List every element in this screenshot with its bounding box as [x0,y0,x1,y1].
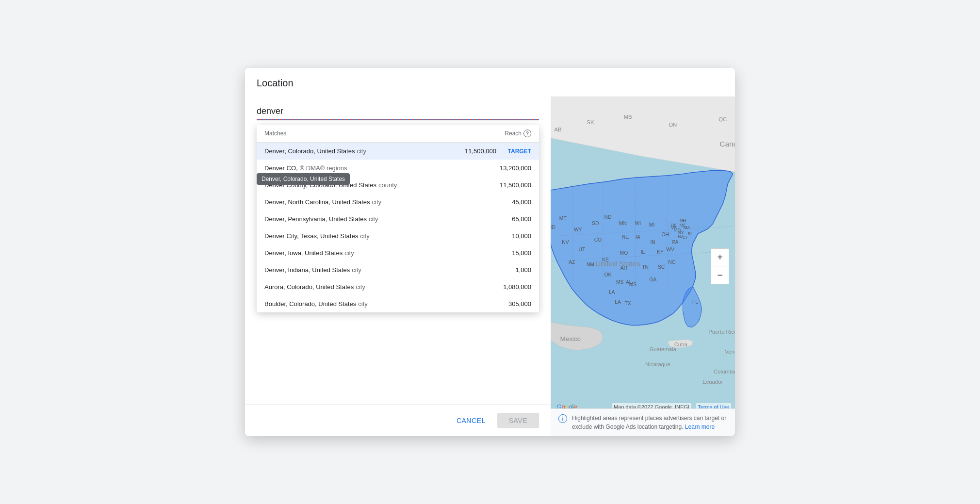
save-button[interactable]: SAVE [497,413,539,428]
row-type-6: city [344,249,354,257]
learn-more-link[interactable]: Learn more [685,423,715,430]
svg-text:United States: United States [595,260,640,268]
location-row-5[interactable]: Denver City, Texas, United States city 1… [257,228,539,244]
row-reach-7: 1,000 [488,266,531,274]
svg-text:NH: NH [680,218,686,223]
location-row-2[interactable]: Denver County, Colorado, United States c… [257,177,539,194]
row-type-3: city [372,198,382,206]
svg-text:ND: ND [604,214,612,220]
svg-text:WI: WI [635,221,641,226]
row-type-5: city [360,232,370,240]
row-location-2: Denver County, Colorado, United States [264,181,376,189]
row-reach-9: 305,000 [488,300,531,308]
location-row-7[interactable]: Denver, Indiana, United States city 1,00… [257,261,539,278]
svg-text:Puerto Rico: Puerto Rico [708,329,735,335]
row-location-9: Boulder, Colorado, United States [264,300,356,308]
row-type-8: city [356,283,365,291]
svg-text:OH: OH [662,232,669,237]
info-bar-icon: i [558,414,567,423]
row-left-0: Denver, Colorado, United States city [264,147,453,155]
reach-header: Reach ? [505,130,531,137]
row-left-4: Denver, Pennsylvania, United States city [264,215,488,223]
map-svg: WA OR CA ID MT NV AZ WY UT NM SD CO KS O… [551,97,735,436]
row-type-9: city [358,300,368,308]
row-left-5: Denver City, Texas, United States city [264,232,488,240]
svg-text:QC: QC [719,116,727,122]
location-row-4[interactable]: Denver, Pennsylvania, United States city… [257,211,539,228]
svg-text:Ecuador: Ecuador [702,379,723,385]
row-left-7: Denver, Indiana, United States city [264,266,488,274]
location-modal: Location Matches Reach ? [245,68,735,436]
info-bar: i Highlighted areas represent places adv… [551,408,735,436]
row-reach-5: 10,000 [488,232,531,240]
svg-text:SK: SK [587,119,594,125]
reach-info-icon[interactable]: ? [523,130,531,137]
svg-text:CO: CO [594,237,602,243]
svg-text:LA: LA [609,290,615,295]
svg-text:SD: SD [592,221,599,226]
map-area[interactable]: WA OR CA ID MT NV AZ WY UT NM SD CO KS O… [551,97,735,436]
map-panel: WA OR CA ID MT NV AZ WY UT NM SD CO KS O… [551,97,735,436]
svg-text:IN: IN [650,240,655,245]
target-button-0[interactable]: TARGET [502,148,531,155]
svg-text:ID: ID [551,225,555,230]
row-reach-6: 15,000 [488,249,531,257]
location-row-8[interactable]: Aurora, Colorado, United States city 1,0… [257,278,539,295]
row-reach-0: 11,500,000 [453,147,496,155]
svg-text:NV: NV [562,240,569,245]
modal-header: Location [245,68,735,97]
svg-text:MT: MT [559,216,567,221]
svg-text:SC: SC [658,264,665,270]
svg-text:MA: MA [684,225,691,230]
svg-text:RI: RI [688,232,692,236]
location-row-3[interactable]: Denver, North Carolina, United States ci… [257,194,539,211]
svg-text:PA: PA [672,240,678,245]
row-type-2: county [378,181,397,189]
svg-text:TX: TX [625,301,631,306]
svg-text:AZ: AZ [569,260,575,265]
zoom-out-button[interactable]: − [711,266,729,284]
svg-text:WV: WV [666,247,674,252]
row-left-6: Denver, Iowa, United States city [264,249,488,257]
row-left-9: Boulder, Colorado, United States city [264,300,488,308]
row-reach-3: 45,000 [488,198,531,206]
row-location-6: Denver, Iowa, United States [264,249,343,257]
svg-text:UT: UT [579,247,586,252]
row-type-0: city [357,147,366,155]
row-left-3: Denver, North Carolina, United States ci… [264,198,488,206]
location-dropdown: Matches Reach ? Denver, Colorado, United… [257,125,539,312]
svg-text:TN: TN [642,264,649,270]
svg-text:Nicaragua: Nicaragua [645,361,670,367]
modal-body: Matches Reach ? Denver, Colorado, United… [245,97,735,436]
row-location-3: Denver, North Carolina, United States [264,198,370,206]
cancel-button[interactable]: CANCEL [449,413,493,428]
location-row-9[interactable]: Boulder, Colorado, United States city 30… [257,295,539,312]
row-location-4: Denver, Pennsylvania, United States [264,215,367,223]
location-row-1[interactable]: Denver CO, ® DMA® regions 13,200,000 Den… [257,160,539,177]
location-row-0[interactable]: Denver, Colorado, United States city 11,… [257,143,539,160]
reach-label: Reach [505,130,522,137]
svg-text:MB: MB [624,114,632,120]
row-reach-8: 1,080,000 [488,283,531,291]
dropdown-header: Matches Reach ? [257,125,539,143]
row-type-7: city [352,266,361,274]
zoom-in-button[interactable]: + [711,249,729,266]
location-row-6[interactable]: Denver, Iowa, United States city 15,000 [257,244,539,261]
svg-text:CT: CT [683,235,688,240]
row-type-4: city [369,215,378,223]
row-location-1: Denver CO, [264,164,298,172]
svg-text:KY: KY [657,249,664,255]
svg-text:MN: MN [619,221,627,226]
row-location-0: Denver, Colorado, United States [264,147,355,155]
modal-footer: CANCEL SAVE [245,405,551,436]
search-input[interactable] [257,104,539,120]
svg-text:NJ: NJ [678,234,683,239]
svg-text:DE: DE [670,223,677,228]
svg-text:MS: MS [629,282,637,287]
svg-text:Canada: Canada [719,140,735,148]
row-type-1: ® DMA® regions [300,164,347,172]
svg-text:ON: ON [669,122,677,128]
row-location-8: Aurora, Colorado, United States [264,283,354,291]
row-left-8: Aurora, Colorado, United States city [264,283,488,291]
left-panel: Matches Reach ? Denver, Colorado, United… [245,97,551,436]
